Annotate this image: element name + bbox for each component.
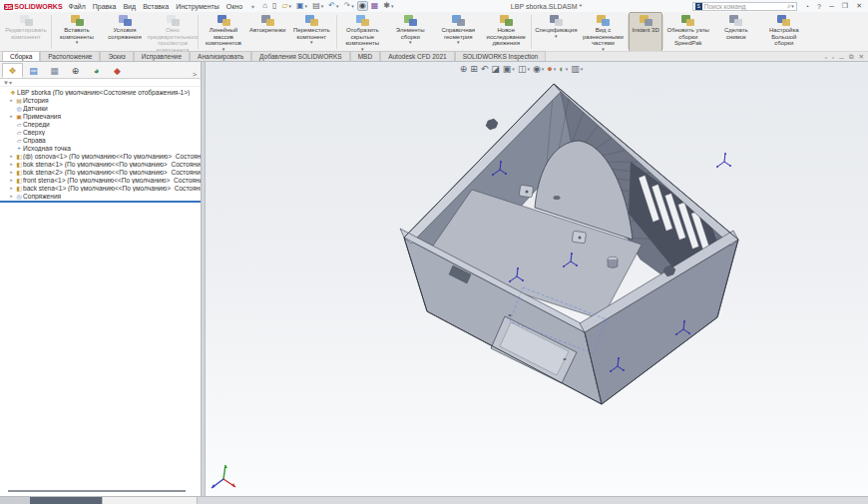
featuremanager-tab[interactable]: ❖ (2, 63, 23, 78)
tree-row[interactable]: ▸◧bok stena<1> (По умолчанию<<По умолчан… (0, 160, 201, 168)
tree-row[interactable]: ◎Датчики (0, 104, 201, 112)
save-button[interactable]: ▣▾ (295, 2, 308, 10)
home-button[interactable]: ⌂ (261, 2, 268, 10)
expand-arrow-icon[interactable]: ▸ (8, 177, 15, 183)
dropdown-arrow-icon[interactable]: ▾ (555, 34, 558, 39)
dimxpertmanager-tab[interactable]: ⊕ (65, 63, 86, 78)
bottom-tab-1[interactable] (30, 497, 102, 504)
zoom-fit-button[interactable]: ⊕ (460, 64, 468, 74)
assembly-features-button[interactable]: Элементы сборки▾ (386, 13, 434, 51)
help-button[interactable]: ? (817, 3, 821, 10)
dropdown-arrow-icon[interactable]: ▾ (305, 2, 308, 10)
expand-arrow-icon[interactable]: ▸ (8, 113, 15, 119)
tree-row[interactable]: ▸◧bok stena<2> (По умолчанию<<По умолчан… (0, 168, 201, 176)
dropdown-arrow-icon[interactable]: ▾ (542, 64, 545, 74)
large-assembly-settings-button[interactable]: Настройка Большой сборки (760, 13, 808, 51)
dropdown-arrow-icon[interactable]: ▾ (409, 40, 412, 45)
filter-dropdown-icon[interactable]: ▾ (9, 79, 12, 86)
tab-Расположение[interactable]: Расположение (40, 51, 100, 61)
smart-fasteners-button[interactable]: Автокрепежи (247, 13, 287, 51)
tree-filter-row[interactable]: ▼ ▾ (0, 79, 201, 87)
expand-arrow-icon[interactable]: ▸ (8, 161, 15, 167)
tab-Исправление[interactable]: Исправление (134, 51, 190, 61)
dropdown-arrow-icon[interactable]: ▾ (289, 2, 292, 10)
dropdown-arrow-icon[interactable]: ▾ (602, 47, 605, 52)
displaymanager-tab[interactable]: ◕ (86, 63, 107, 78)
menu-Файл[interactable]: Файл (69, 3, 86, 10)
tree-row[interactable]: +Исходная точка (0, 144, 201, 152)
dropdown-arrow-icon[interactable]: ▾ (554, 64, 557, 74)
menu-Вид[interactable]: Вид (123, 3, 136, 10)
tree-row-selected[interactable]: ▸◎Сопряжения (0, 192, 201, 200)
tab-Autodesk CFD 2021[interactable]: Autodesk CFD 2021 (380, 51, 455, 61)
new-document-button[interactable]: ▯ (271, 2, 277, 10)
insert-components-button[interactable]: Вставить компоненты▾ (53, 13, 101, 51)
rebuild-button[interactable]: ◉ (358, 2, 367, 10)
dropdown-arrow-icon[interactable]: ▾ (391, 2, 394, 10)
show-hidden-components-button[interactable]: Отобразить скрытые компоненты▾ (338, 13, 386, 51)
tree-row[interactable]: ▸▤История (0, 96, 201, 104)
mate-button[interactable]: Условия сопряжения (101, 13, 149, 51)
graphics-viewport[interactable]: ⊕⊞↶◪▣▾◫▾◉▾●▾◐▾▥▾ (206, 62, 868, 496)
open-button[interactable]: ▱▾ (280, 2, 292, 10)
bottom-tab-2[interactable] (102, 497, 198, 504)
configurationmanager-tab[interactable]: ▦ (44, 63, 65, 78)
tab-Сборка[interactable]: Сборка (2, 51, 40, 61)
tree-row[interactable]: ▱Сверху (0, 128, 201, 136)
panel-horizontal-scrollbar[interactable] (8, 490, 186, 492)
propertymanager-tab[interactable]: ▤ (23, 63, 44, 78)
tab-MBD[interactable]: MBD (350, 51, 380, 61)
apply-scene-button[interactable]: ◐▾ (559, 64, 568, 74)
tree-row[interactable]: ▸▣Примечания (0, 112, 201, 120)
restore-button[interactable]: ❐ (842, 2, 848, 10)
doc-window-icon-1[interactable]: ▫ (825, 54, 827, 61)
dropdown-arrow-icon[interactable]: ▾ (566, 64, 569, 74)
previous-view-button[interactable]: ↶ (481, 64, 489, 74)
exploded-view-button[interactable]: Вид с разнесенными частями▾ (579, 13, 627, 51)
dropdown-arrow-icon[interactable]: ▾ (512, 64, 515, 74)
cam-tab[interactable]: ◆ (107, 63, 128, 78)
redo-button[interactable]: ↷▾ (342, 2, 354, 10)
dropdown-arrow-icon[interactable]: ▾ (351, 2, 354, 10)
doc-window-icon-2[interactable]: ▫ (832, 54, 834, 61)
instant3d-button[interactable]: Instant 3D (630, 13, 660, 51)
move-component-button[interactable]: Переместить компонент▾ (287, 13, 335, 51)
bill-of-materials-button[interactable]: Спецификация▾ (533, 13, 579, 51)
menu-pin-icon[interactable]: ✦ (250, 3, 255, 10)
expand-arrow-icon[interactable]: ▸ (8, 193, 15, 199)
tab-Анализировать[interactable]: Анализировать (190, 51, 251, 61)
tab-SOLIDWORKS Inspection[interactable]: SOLIDWORKS Inspection (455, 51, 547, 61)
doc-restore-button[interactable]: ⧉ (849, 53, 854, 61)
dropdown-arrow-icon[interactable]: ▾ (76, 40, 79, 45)
dropdown-arrow-icon[interactable]: ▾ (581, 64, 584, 74)
panel-collapse-arrow[interactable]: > (189, 71, 201, 78)
tab-Эскиз[interactable]: Эскиз (100, 51, 133, 61)
command-search[interactable]: S Поиск команд ⌕ ▾ (692, 2, 797, 11)
expand-arrow-icon[interactable]: ▸ (8, 97, 15, 103)
view-settings-button[interactable]: ▥▾ (571, 64, 583, 74)
options-button[interactable]: ✱▾ (382, 2, 394, 10)
tree-row[interactable]: ▱Справа (0, 136, 201, 144)
menu-Вставка[interactable]: Вставка (143, 3, 169, 10)
doc-close-button[interactable]: ✕ (859, 53, 864, 61)
dropdown-arrow-icon[interactable]: ▾ (321, 2, 324, 10)
tab-Добавления SOLIDWORKS[interactable]: Добавления SOLIDWORKS (251, 51, 350, 61)
tree-row[interactable]: ▸◧back stena<1> (По умолчанию<<По умолча… (0, 184, 201, 192)
dropdown-arrow-icon[interactable]: ▾ (336, 2, 339, 10)
section-view-button[interactable]: ◪ (491, 64, 500, 74)
dropdown-arrow-icon[interactable]: ▾ (457, 40, 460, 45)
dropdown-arrow-icon[interactable]: ▾ (310, 40, 313, 45)
doc-minimize-button[interactable]: ─ (839, 54, 844, 61)
close-button[interactable]: ✕ (856, 2, 862, 10)
tree-row[interactable]: ▱Спереди (0, 120, 201, 128)
user-account-button[interactable]: ◔ (805, 3, 809, 10)
zoom-area-button[interactable]: ⊞ (470, 64, 478, 74)
menu-Окно[interactable]: Окно (226, 3, 242, 10)
3d-model-canvas[interactable] (206, 62, 868, 496)
expand-arrow-icon[interactable]: ▸ (8, 153, 15, 159)
search-dropdown-icon[interactable]: ▾ (791, 3, 794, 9)
edit-appearance-button[interactable]: ●▾ (547, 64, 556, 74)
view-orientation-button[interactable]: ▣▾ (503, 64, 515, 74)
dropdown-arrow-icon[interactable]: ▾ (527, 64, 530, 74)
display-style-button[interactable]: ◫▾ (518, 64, 530, 74)
